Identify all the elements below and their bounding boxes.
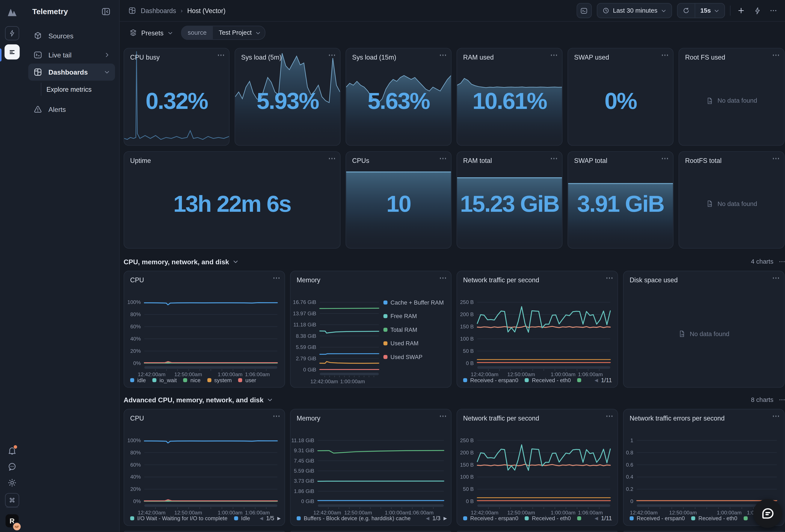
card-menu-button[interactable] xyxy=(662,158,668,159)
more-options-button[interactable] xyxy=(768,5,779,16)
legend-item-i-o-wait-waiting-for-i-o-to-complete[interactable]: I/O Wait - Waiting for I/O to complete xyxy=(130,515,228,521)
card-menu-button[interactable] xyxy=(773,416,779,417)
chart-plot[interactable]: 0%20%40%60%80%100%12:42:00am12:50:00am1:… xyxy=(124,409,285,525)
time-range-picker[interactable]: Last 30 minutes xyxy=(597,3,672,18)
svg-text:0.2: 0.2 xyxy=(626,486,633,492)
chart-plot[interactable]: 0 B50 B100 B150 B200 B250 B12:42:00am12:… xyxy=(457,409,617,525)
theme-sun-icon[interactable] xyxy=(7,478,17,488)
chart-plot[interactable]: 0%20%40%60%80%100%12:42:00am12:50:00am1:… xyxy=(124,271,285,387)
card-menu-button[interactable] xyxy=(329,158,335,159)
legend-item-r[interactable]: R xyxy=(577,377,585,383)
svg-text:1:06:00am: 1:06:00am xyxy=(578,510,603,515)
legend-item-user[interactable]: user xyxy=(238,377,256,383)
card-menu-button[interactable] xyxy=(662,54,668,56)
sidebar-item-alerts[interactable]: Alerts xyxy=(28,101,115,118)
legend-item-received-erspan0[interactable]: Received - erspan0 xyxy=(630,515,685,521)
console-panel-button[interactable] xyxy=(577,3,592,18)
legend-item-idle[interactable]: Idle xyxy=(234,515,250,521)
card-menu-button[interactable] xyxy=(551,54,557,56)
refresh-button[interactable] xyxy=(678,3,695,18)
source-filter[interactable]: source Test Project xyxy=(181,26,265,40)
card-menu-button[interactable] xyxy=(218,54,224,56)
svg-text:12:50:00am: 12:50:00am xyxy=(344,510,372,515)
legend-item-idle[interactable]: idle xyxy=(130,377,146,383)
sidebar-item-live-tail[interactable]: Live tail xyxy=(28,46,115,63)
card-title: Uptime xyxy=(130,157,151,164)
support-chat-fab[interactable] xyxy=(753,499,782,528)
chart-legend: Cache + Buffer RAMFree RAMTotal RAMUsed … xyxy=(383,299,444,360)
card-menu-button[interactable] xyxy=(273,416,279,417)
page-prev-button[interactable]: ◀ xyxy=(594,378,598,383)
breadcrumb-section[interactable]: Dashboards xyxy=(141,7,176,15)
svg-text:12:42:00am: 12:42:00am xyxy=(138,510,166,515)
bolt-icon-button[interactable] xyxy=(752,5,763,16)
refresh-interval-dropdown[interactable]: 15s xyxy=(695,3,725,18)
legend-item-received-erspan0[interactable]: Received - erspan0 xyxy=(463,377,518,383)
svg-text:5.59 GiB: 5.59 GiB xyxy=(296,344,316,350)
legend-item-received-eth0[interactable]: Received - eth0 xyxy=(525,377,571,383)
card-menu-button[interactable] xyxy=(551,158,557,159)
legend-item-used-swap[interactable]: Used SWAP xyxy=(383,354,444,360)
card-menu-button[interactable] xyxy=(273,277,279,278)
page-prev-button[interactable]: ◀ xyxy=(260,516,263,521)
legend-item-r[interactable]: R xyxy=(577,515,585,521)
sidebar-item-dashboards[interactable]: Dashboards xyxy=(28,63,115,81)
quick-actions-rail-button[interactable] xyxy=(5,26,19,40)
legend-item-io-wait[interactable]: io_wait xyxy=(152,377,177,383)
chart-plot[interactable]: 0 GiB1.86 GiB3.73 GiB5.59 GiB7.45 GiB9.3… xyxy=(290,409,451,525)
chart-plot[interactable]: 0 B50 B100 B150 B200 B250 B12:42:00am12:… xyxy=(457,271,617,387)
legend-item-system[interactable]: system xyxy=(207,377,232,383)
svg-text:0 GiB: 0 GiB xyxy=(301,498,314,504)
presets-label: Presets xyxy=(141,29,163,36)
section-toggle[interactable]: Advanced CPU, memory, network, and disk xyxy=(124,396,273,404)
legend-item-total-ram[interactable]: Total RAM xyxy=(383,327,444,332)
legend-item-free-ram[interactable]: Free RAM xyxy=(383,313,444,319)
legend-item-used-ram[interactable]: Used RAM xyxy=(383,340,444,346)
legend-chip xyxy=(577,516,581,521)
sidebar-collapse-icon[interactable] xyxy=(101,7,111,17)
legend-item-nice[interactable]: nice xyxy=(183,377,201,383)
page-next-button[interactable]: ▶ xyxy=(444,516,447,521)
stat-value: 0.32% xyxy=(124,87,229,114)
card-menu-button[interactable] xyxy=(440,54,446,56)
card-menu-button[interactable] xyxy=(606,277,612,278)
card-menu-button[interactable] xyxy=(773,277,779,278)
card-menu-button[interactable] xyxy=(440,158,446,159)
sidebar-item-sources[interactable]: Sources xyxy=(28,27,115,44)
page-next-button[interactable]: ▶ xyxy=(277,516,281,521)
sidebar-item-explore-metrics[interactable]: Explore metrics xyxy=(24,83,115,96)
svg-text:12:50:00am: 12:50:00am xyxy=(669,510,697,515)
command-menu-icon[interactable] xyxy=(5,493,19,507)
legend-item-buffers-block-device-e-g-harddisk-cache[interactable]: Buffers - Block device (e.g. harddisk) c… xyxy=(297,515,410,521)
legend-item-received-eth0[interactable]: Received - eth0 xyxy=(691,515,737,521)
chart-card-network-traffic-per-second: Network traffic per second0 B50 B100 B15… xyxy=(457,271,618,388)
card-menu-button[interactable] xyxy=(773,54,779,56)
dashboards-grid-icon xyxy=(33,68,42,77)
legend-item-r[interactable]: R xyxy=(744,515,751,521)
section-chart-count: 4 charts xyxy=(751,258,774,265)
section-menu-button[interactable] xyxy=(778,258,785,265)
telemetry-rail-button[interactable] xyxy=(4,44,20,60)
card-menu-button[interactable] xyxy=(440,416,446,417)
card-menu-button[interactable] xyxy=(440,277,446,278)
svg-text:12:42:00am: 12:42:00am xyxy=(471,371,499,377)
legend-item-received-eth0[interactable]: Received - eth0 xyxy=(525,515,571,521)
page-prev-button[interactable]: ◀ xyxy=(594,516,598,521)
page-prev-button[interactable]: ◀ xyxy=(426,516,429,521)
stat-value: 13h 22m 6s xyxy=(124,190,340,217)
feedback-chat-icon[interactable] xyxy=(7,462,17,472)
card-menu-button[interactable] xyxy=(606,416,612,417)
logo-mountain-icon[interactable] xyxy=(6,6,18,18)
legend-item-cache-buffer-ram[interactable]: Cache + Buffer RAM xyxy=(383,299,444,305)
add-panel-button[interactable] xyxy=(735,5,746,16)
presets-dropdown[interactable]: Presets xyxy=(129,29,173,37)
svg-text:20%: 20% xyxy=(130,348,141,354)
page-indicator: 1/3 xyxy=(432,515,440,521)
card-menu-button[interactable] xyxy=(773,158,779,159)
svg-text:60%: 60% xyxy=(130,462,141,468)
section-menu-button[interactable] xyxy=(778,396,785,403)
card-menu-button[interactable] xyxy=(329,54,335,56)
avatar-badge: NF xyxy=(12,522,22,532)
section-toggle[interactable]: CPU, memory, network, and disk xyxy=(124,258,238,265)
legend-item-received-erspan0[interactable]: Received - erspan0 xyxy=(463,515,518,521)
